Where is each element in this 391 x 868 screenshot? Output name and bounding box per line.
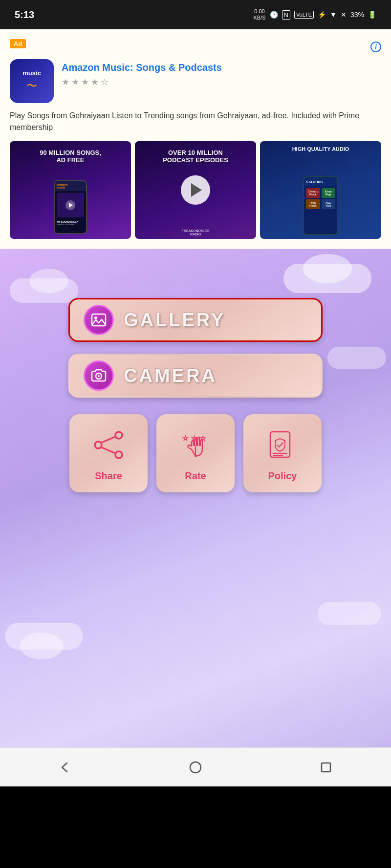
rate-icon: ☆ ☆ ☆: [176, 425, 215, 465]
nav-recent-button[interactable]: [317, 759, 335, 776]
station-pop: EasyPop: [322, 188, 336, 198]
camera-label: CAMERA: [124, 365, 217, 386]
ad-logo-text: music: [22, 69, 41, 77]
star-2: ★: [71, 77, 79, 87]
ad-image-3-text: HIGH QUALITY AUDIO: [292, 146, 349, 152]
gallery-icon-circle: [84, 305, 114, 335]
svg-point-5: [115, 432, 122, 439]
share-icon: [89, 425, 128, 465]
ad-image-2[interactable]: OVER 10 MILLIONPODCAST EPISODES FREAKONO…: [135, 141, 256, 239]
home-icon: [189, 761, 202, 774]
share-button[interactable]: Share: [69, 414, 148, 492]
cloud-5: [327, 347, 386, 369]
ad-image-1-text: 90 MILLION SONGS,AD FREE: [40, 149, 101, 164]
ad-stars: ★ ★ ★ ★ ☆: [62, 77, 222, 87]
ad-info: Amazon Music: Songs & Podcasts ★ ★ ★ ★ ☆: [62, 59, 222, 87]
nav-home-button[interactable]: [187, 759, 204, 776]
rate-svg-icon: ☆ ☆ ☆: [178, 428, 213, 462]
app-main: GALLERY CAMERA Share: [0, 249, 391, 747]
share-label: Share: [95, 470, 122, 482]
status-right: 0.00KB/S 🕐 N VoLTE ⚡ ▼ ✕ 33% 🔋: [253, 8, 376, 21]
status-time: 5:13: [15, 9, 34, 21]
data-speed: 0.00KB/S: [253, 8, 265, 21]
play-triangle-icon: [191, 183, 202, 197]
cloud-7: [20, 633, 64, 659]
svg-point-3: [98, 375, 100, 377]
ad-title: Amazon Music: Songs & Podcasts: [62, 59, 222, 74]
star-1: ★: [62, 77, 69, 87]
camera-icon-circle: [84, 360, 114, 391]
bluetooth-icon: ⚡: [318, 11, 326, 19]
ad-images: 90 MILLION SONGS,AD FREE amazonmusic MY …: [10, 141, 381, 239]
recent-icon: [319, 761, 333, 774]
cloud-4: [29, 269, 68, 293]
nav-back-button[interactable]: [56, 759, 74, 776]
nfc-icon: N: [282, 10, 290, 20]
battery-icon: 🔋: [368, 11, 376, 19]
camera-icon: [90, 367, 108, 384]
svg-point-4: [95, 442, 102, 448]
share-svg-icon: [91, 428, 126, 462]
policy-icon: [263, 425, 302, 465]
alarm-icon: 🕐: [270, 11, 278, 19]
wifi-icon: ▼: [330, 11, 337, 19]
nav-bar: [0, 747, 391, 786]
svg-point-15: [190, 762, 201, 773]
policy-button[interactable]: Policy: [243, 414, 322, 492]
station-classic: ClassicRock: [306, 188, 320, 198]
ad-badge: Ad: [10, 39, 26, 48]
ad-description: Play Songs from Gehraiyaan Listen to Tre…: [10, 110, 381, 133]
star-4: ★: [91, 77, 99, 87]
info-icon[interactable]: i: [370, 42, 381, 52]
svg-rect-16: [322, 763, 330, 772]
cloud-8: [318, 602, 381, 625]
ad-logo[interactable]: music 〜: [10, 59, 54, 103]
svg-text:☆: ☆: [182, 434, 189, 442]
station-80s: '80sRock: [306, 199, 320, 209]
status-bar: 5:13 0.00KB/S 🕐 N VoLTE ⚡ ▼ ✕ 33% 🔋: [0, 0, 391, 29]
gallery-label: GALLERY: [124, 310, 225, 331]
back-icon: [58, 761, 72, 774]
ad-image-3[interactable]: HIGH QUALITY AUDIO STATIONS ClassicRock …: [260, 141, 381, 239]
podcast-label: FREAKONOMICSRADIO: [182, 229, 210, 236]
star-5: ☆: [101, 77, 109, 87]
ad-image-1[interactable]: 90 MILLION SONGS,AD FREE amazonmusic MY …: [10, 141, 131, 239]
ad-logo-smile: 〜: [26, 79, 37, 93]
svg-point-6: [115, 451, 122, 458]
small-buttons-row: Share ☆ ☆ ☆ Rate: [69, 414, 322, 492]
camera-button[interactable]: CAMERA: [68, 354, 323, 398]
gallery-button[interactable]: GALLERY: [68, 298, 323, 342]
gallery-icon: [90, 311, 108, 329]
rate-label: Rate: [185, 470, 206, 482]
rate-button[interactable]: ☆ ☆ ☆ Rate: [156, 414, 235, 492]
ad-header: music 〜 Amazon Music: Songs & Podcasts ★…: [10, 59, 381, 103]
svg-line-7: [102, 437, 115, 443]
play-button[interactable]: [181, 175, 210, 205]
battery-percent: 33%: [350, 11, 364, 19]
star-3: ★: [81, 77, 89, 87]
svg-point-1: [94, 317, 97, 319]
volte-icon: VoLTE: [294, 11, 314, 19]
cloud-2: [303, 254, 352, 283]
signal-icon: ✕: [341, 11, 347, 19]
ad-container: Ad i music 〜 Amazon Music: Songs & Podca…: [0, 29, 391, 249]
station-all: ALL'90s: [322, 199, 336, 209]
policy-svg-icon: [265, 428, 300, 462]
svg-line-8: [102, 447, 115, 453]
policy-label: Policy: [268, 470, 297, 482]
ad-image-2-text: OVER 10 MILLIONPODCAST EPISODES: [163, 149, 228, 164]
svg-rect-0: [92, 314, 106, 326]
